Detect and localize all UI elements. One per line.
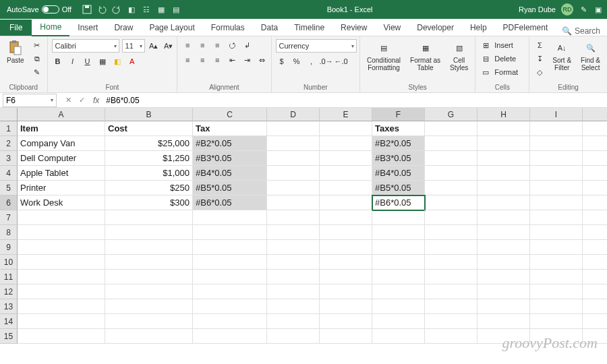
cell-C1[interactable]: Tax [193,121,267,136]
cell-D2[interactable] [267,136,320,151]
cell-E11[interactable] [320,270,372,284]
align-bottom-icon[interactable]: ≡ [211,39,223,51]
cell-A1[interactable]: Item [18,121,105,136]
cell-B13[interactable] [105,299,193,314]
delete-cells-icon[interactable]: ⊟ [480,53,492,65]
cell-C15[interactable] [193,329,267,344]
cell-C14[interactable] [193,314,267,329]
cell-D6[interactable] [267,195,320,210]
cell-B6[interactable]: $300 [105,195,193,210]
italic-button[interactable]: I [67,55,79,67]
ribbon-display-icon[interactable]: ▣ [594,5,603,14]
redo-icon[interactable] [112,5,121,14]
tab-page-layout[interactable]: Page Layout [141,20,202,36]
cell-D8[interactable] [267,225,320,240]
cell-J11[interactable] [583,270,607,284]
cell-B14[interactable] [105,314,193,329]
cell-E12[interactable] [320,284,372,299]
cell-C4[interactable]: #B4*0.05 [193,166,267,181]
cell-H7[interactable] [478,210,530,225]
bold-button[interactable]: B [52,55,64,67]
cell-G4[interactable] [425,166,478,181]
tab-review[interactable]: Review [333,20,375,36]
cell-J2[interactable] [583,136,607,151]
qat-icon-1[interactable]: ◧ [127,5,136,14]
cell-B5[interactable]: $250 [105,181,193,195]
cancel-formula-icon[interactable]: ✕ [62,94,74,107]
cell-F8[interactable] [372,225,425,240]
sort-filter-button[interactable]: A↓Sort & Filter [550,39,574,73]
increase-font-icon[interactable]: A▴ [148,40,160,52]
cell-H2[interactable] [478,136,530,151]
cell-D1[interactable] [267,121,320,136]
cell-G1[interactable] [425,121,478,136]
cell-H10[interactable] [478,255,530,270]
cell-I12[interactable] [530,284,583,299]
cell-A11[interactable] [18,270,105,284]
cell-G12[interactable] [425,284,478,299]
tab-timeline[interactable]: Timeline [286,20,333,36]
cell-F6[interactable]: #B6*0.05 [372,195,425,210]
cell-D15[interactable] [267,329,320,344]
pen-icon[interactable]: ✎ [579,5,588,14]
cell-C7[interactable] [193,210,267,225]
cell-J10[interactable] [583,255,607,270]
format-painter-icon[interactable]: ✎ [31,66,43,78]
cell-A2[interactable]: Company Van [18,136,105,151]
cell-H13[interactable] [478,299,530,314]
insert-cells-button[interactable]: Insert [494,41,513,49]
col-head-H[interactable]: H [478,108,530,121]
cell-I11[interactable] [530,270,583,284]
col-head-C[interactable]: C [193,108,267,121]
cell-C12[interactable] [193,284,267,299]
cell-H5[interactable] [478,181,530,195]
cell-I10[interactable] [530,255,583,270]
col-head-E[interactable]: E [320,108,372,121]
cell-D13[interactable] [267,299,320,314]
cell-F9[interactable] [372,240,425,255]
col-head-J[interactable]: J [583,108,607,121]
fill-icon[interactable]: ↧ [533,53,546,65]
qat-icon-4[interactable]: ▤ [171,5,181,14]
row-head-11[interactable]: 11 [0,270,18,284]
tab-home[interactable]: Home [32,19,69,36]
cell-D10[interactable] [267,255,320,270]
cell-H14[interactable] [478,314,530,329]
cell-H9[interactable] [478,240,530,255]
cell-F5[interactable]: #B5*0.05 [372,181,425,195]
font-select[interactable]: Calibri [52,39,119,53]
format-cells-button[interactable]: Format [494,68,518,76]
cell-H4[interactable] [478,166,530,181]
cell-C8[interactable] [193,225,267,240]
row-head-13[interactable]: 13 [0,299,18,314]
avatar[interactable]: RD [561,3,573,16]
find-select-button[interactable]: 🔍Find & Select [578,39,603,73]
save-icon[interactable] [82,5,92,14]
cell-A10[interactable] [18,255,105,270]
currency-icon[interactable]: $ [276,55,288,67]
cell-I13[interactable] [530,299,583,314]
align-middle-icon[interactable]: ≡ [196,39,208,51]
comma-icon[interactable]: , [306,55,318,67]
qat-icon-2[interactable]: ☷ [142,5,151,14]
cell-I3[interactable] [530,151,583,166]
cell-F2[interactable]: #B2*0.05 [372,136,425,151]
cell-G8[interactable] [425,225,478,240]
cell-E3[interactable] [320,151,372,166]
tab-insert[interactable]: Insert [69,20,106,36]
row-head-15[interactable]: 15 [0,329,18,344]
font-size-select[interactable]: 11 [122,39,145,53]
cell-I9[interactable] [530,240,583,255]
cell-F12[interactable] [372,284,425,299]
cell-J9[interactable] [583,240,607,255]
cell-F13[interactable] [372,299,425,314]
autosave-toggle[interactable]: AutoSave Off [4,5,74,13]
cell-G10[interactable] [425,255,478,270]
align-center-icon[interactable]: ≡ [196,54,208,66]
autosum-icon[interactable]: Σ [533,39,546,51]
cell-F3[interactable]: #B3*0.05 [372,151,425,166]
cell-E10[interactable] [320,255,372,270]
increase-decimal-icon[interactable]: .0→ [320,55,333,67]
copy-icon[interactable]: ⧉ [31,53,43,65]
format-as-table-button[interactable]: ▦Format as Table [407,39,443,73]
